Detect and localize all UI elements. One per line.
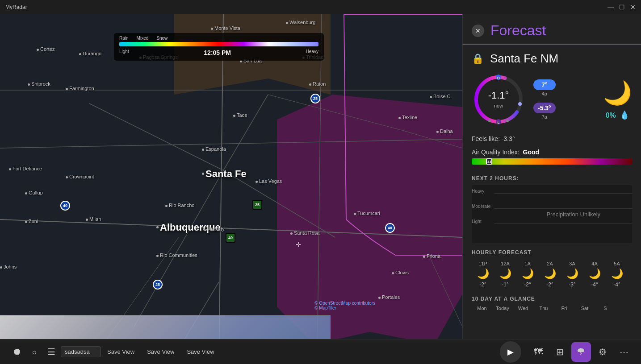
city-dot — [354, 213, 356, 215]
city-dot — [0, 266, 2, 269]
moon-precip: 🌙 0% 💧 — [603, 79, 632, 120]
city-dot — [423, 256, 425, 258]
light-label: Light — [119, 49, 129, 56]
city-dot — [436, 131, 439, 133]
minimize-button[interactable]: — — [607, 4, 614, 11]
precip-block: 0% 💧 — [606, 110, 630, 120]
rain-label: Rain — [119, 36, 129, 41]
hourly-time: 12A — [501, 261, 510, 266]
moon-icon: 🌙 — [589, 268, 601, 280]
aqi-quality: Good — [523, 149, 540, 156]
aqi-label-row: Air Quality Index: Good — [472, 149, 632, 156]
aqi-label: Air Quality Index: — [472, 149, 520, 156]
hourly-temp: -4° — [591, 281, 598, 288]
moon-icon: 🌙 — [499, 268, 511, 280]
temp-hi-lo: 7° 4p -5.3° 7a — [533, 79, 556, 120]
maximize-button[interactable]: ☐ — [619, 4, 625, 11]
aqi-bar-container: 33 — [472, 158, 632, 165]
weather-button[interactable]: 🌩 — [571, 342, 591, 362]
search-button[interactable]: ⌕ — [27, 344, 42, 360]
chart-light-label: Light — [472, 219, 482, 224]
chart-gridline-light — [494, 223, 632, 224]
hourly-time: 1A — [524, 261, 530, 266]
moon-icon: 🌙 — [603, 79, 632, 107]
city-label: Taos — [237, 112, 247, 118]
precip-unlikely-text: Precipitation Unlikely — [546, 211, 600, 218]
highway-40-east: 40 — [385, 223, 395, 233]
panel-close-button[interactable]: ✕ — [472, 25, 484, 37]
city-label: Zuni — [29, 219, 38, 224]
city-label: Durango — [83, 51, 101, 56]
save-input[interactable] — [61, 346, 101, 357]
save-view-1[interactable]: Save View — [101, 346, 141, 358]
location-section: 🔒 Santa Fe NM — [463, 45, 641, 73]
location-name: Santa Fe NM — [490, 52, 558, 66]
now-label: now — [494, 103, 503, 108]
layers-button[interactable]: ⊞ — [550, 342, 570, 362]
more-button[interactable]: ⋯ — [614, 342, 634, 362]
current-temp: -1.1° — [488, 90, 509, 101]
highway-40-west: 40 — [60, 201, 70, 211]
svg-point-24 — [488, 120, 491, 122]
tenday-day: S — [603, 306, 607, 311]
moon-icon: 🌙 — [544, 268, 556, 280]
city-dot — [233, 115, 235, 117]
city-label: Walsenburg — [289, 20, 315, 25]
temp-hi-block: 7° 4p — [533, 79, 556, 96]
hourly-scroll[interactable]: 11P 🌙 -2° 12A 🌙 -1° 1A 🌙 -2° 2A 🌙 -2° 3A… — [472, 259, 632, 290]
city-dot — [86, 219, 88, 221]
record-button[interactable]: ⏺ — [7, 343, 27, 360]
city-dot — [37, 49, 39, 51]
city-dot — [256, 181, 258, 183]
city-label: Friona — [427, 253, 440, 259]
city-label: Santa Fe — [205, 168, 247, 180]
legend-labels: Light 12:05 PM Heavy — [119, 49, 318, 56]
highway-25-north: 25 — [310, 94, 320, 103]
next2h-title: NEXT 2 HOURS: — [472, 175, 632, 182]
menu-button[interactable]: ☰ — [42, 343, 61, 361]
tenday-item: Today — [492, 306, 513, 311]
maptiler-link[interactable]: © MapTiler — [314, 306, 336, 310]
hourly-title: HOURLY FORECAST — [472, 249, 632, 256]
tenday-day: Fri — [561, 306, 567, 311]
city-dot — [66, 176, 68, 178]
city-dot — [25, 221, 27, 223]
app-title: MyRadar — [5, 4, 27, 10]
moon-icon: 🌙 — [522, 268, 534, 280]
city-dot — [203, 228, 205, 231]
city-dot — [66, 88, 68, 90]
osm-link[interactable]: © OpenStreetMap contributors — [314, 301, 375, 306]
svg-point-22 — [518, 102, 522, 106]
hourly-temp: -1° — [502, 281, 508, 288]
hourly-temp: -2° — [479, 281, 486, 288]
moon-icon: 🌙 — [477, 268, 489, 280]
city-label: Moriarty — [207, 226, 225, 232]
aqi-marker: 33 — [486, 158, 492, 165]
settings-button[interactable]: ⚙ — [593, 342, 612, 362]
window-close-button[interactable]: ✕ — [630, 4, 636, 11]
moon-icon: 🌙 — [611, 268, 623, 280]
window-controls: — ☐ ✕ — [607, 4, 636, 11]
city-dot — [25, 192, 27, 194]
snow-label: Snow — [156, 36, 168, 41]
city-label: Shiprock — [31, 81, 50, 87]
forecast-title: Forecast — [490, 22, 546, 39]
save-view-3[interactable]: Save View — [180, 346, 220, 358]
city-label: Crownpoint — [69, 174, 94, 179]
hourly-time: 2A — [547, 261, 553, 266]
hourly-time: 3A — [569, 261, 575, 266]
play-button[interactable]: ▶ — [500, 341, 521, 363]
map-view-button[interactable]: 🗺 — [528, 342, 548, 362]
droplet-icon: 💧 — [620, 111, 629, 120]
city-label: Portales — [382, 294, 400, 300]
chart-gridline-heavy — [494, 193, 632, 194]
precip-pct: 0% — [606, 112, 616, 119]
save-view-2[interactable]: Save View — [141, 346, 180, 358]
highway-25-sign: 25 — [252, 200, 262, 210]
hourly-temp: -4° — [613, 281, 620, 288]
hourly-time: 4A — [591, 261, 597, 266]
map-area[interactable]: Rain Mixed Snow Light 12:05 PM Heavy Cor… — [0, 14, 462, 364]
mixed-label: Mixed — [137, 36, 149, 41]
hourly-temp: -2° — [546, 281, 553, 288]
city-dot — [156, 255, 159, 257]
